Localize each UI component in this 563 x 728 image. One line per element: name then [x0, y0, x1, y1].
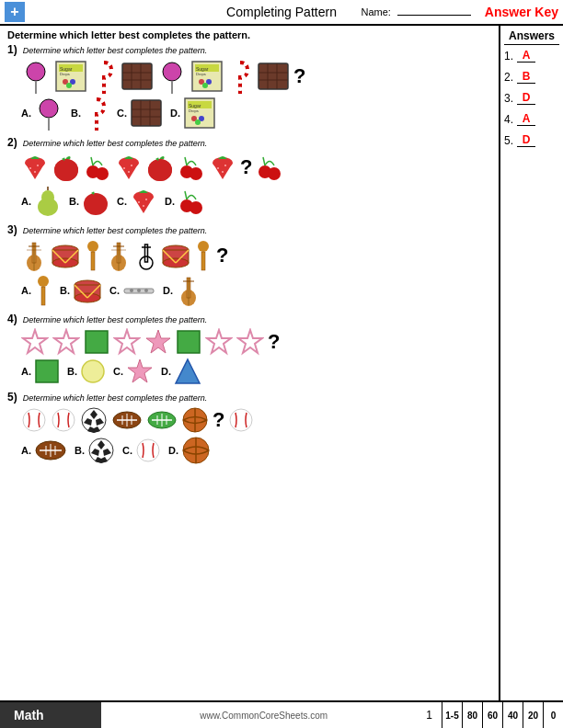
q5-baseball3	[228, 407, 254, 433]
score-80: 80	[462, 702, 482, 728]
q1-item4	[121, 60, 154, 93]
q4-instruction: Determine which letter best completes th…	[23, 315, 208, 324]
answer-num-3: 3.	[504, 92, 513, 105]
svg-rect-9	[122, 63, 152, 89]
svg-point-54	[123, 167, 125, 169]
q2-cherries1	[84, 152, 111, 183]
q4-star3	[113, 328, 141, 356]
q1-instruction: Determine which letter best completes th…	[23, 46, 208, 55]
answer-val-4: A	[517, 112, 535, 126]
svg-rect-110	[41, 287, 45, 305]
q5-a-icon	[34, 439, 67, 461]
q5-football1	[111, 409, 143, 431]
svg-point-55	[131, 165, 132, 166]
answer-val-2: B	[517, 70, 535, 84]
svg-marker-134	[128, 359, 152, 382]
q3-drum1	[51, 241, 80, 270]
q5-choice-c: C.	[122, 438, 161, 463]
q3-d-icon	[176, 274, 201, 307]
q3-b-icon	[73, 276, 102, 305]
svg-text:Drops: Drops	[60, 72, 70, 76]
q5-soccer1	[80, 406, 108, 434]
q4-square1	[84, 329, 109, 355]
q3-maraca1	[84, 239, 102, 272]
page-title: Completing Pattern	[226, 5, 337, 19]
q2-choice-d: D.	[165, 186, 205, 217]
q4-b-icon	[80, 358, 106, 384]
answer-item-5: 5. D	[504, 133, 559, 147]
svg-point-107	[198, 241, 209, 252]
q3-choice-c: C.	[109, 283, 155, 298]
svg-point-64	[217, 167, 219, 169]
q3-guitar2	[106, 239, 132, 272]
q1-b-icon	[84, 96, 109, 131]
answer-item-4: 4. A	[504, 112, 559, 126]
answers-panel: Answers 1. A 2. B 3. D 4. A 5. D	[499, 26, 563, 700]
q2-strawberry2	[115, 152, 143, 183]
svg-line-51	[91, 157, 93, 165]
q3-guitar1	[21, 239, 47, 272]
q5-football2	[146, 409, 178, 431]
score-40: 40	[502, 702, 523, 728]
q2-instruction: Determine which letter best completes th…	[23, 139, 208, 148]
q4-choices-row: A. B. C. D.	[21, 358, 491, 385]
q1-d-icon: SugarDrops	[183, 97, 216, 130]
svg-text:Drops: Drops	[189, 108, 199, 113]
q1-pattern-row: SugarDrops SugarDrops ?	[21, 59, 491, 94]
q1-num: 1)	[7, 43, 17, 56]
q2-choice-c: C.	[117, 186, 157, 217]
score-label: 1-5	[442, 702, 462, 728]
q3-choice-a: A.	[21, 274, 52, 307]
q1-choice-b: B.	[71, 96, 109, 131]
answer-val-3: D	[517, 91, 535, 105]
q5-instruction: Determine which letter best completes th…	[23, 393, 208, 403]
answer-item-2: 2. B	[504, 70, 559, 84]
q4-question-mark: ?	[268, 330, 280, 354]
name-label: Name:	[362, 6, 471, 17]
answer-val-1: A	[517, 49, 535, 63]
svg-line-81	[185, 191, 187, 199]
q5-choice-a: A.	[21, 439, 67, 461]
q1-choice-a: A.	[21, 96, 63, 131]
svg-marker-124	[23, 330, 47, 353]
svg-point-0	[27, 63, 45, 81]
svg-point-71	[41, 190, 54, 205]
svg-point-45	[37, 165, 39, 166]
q4-star2	[52, 328, 80, 356]
q1-item2: SugarDrops	[54, 60, 87, 93]
svg-point-78	[143, 205, 144, 207]
logo-icon: +	[5, 2, 25, 22]
svg-point-14	[163, 63, 181, 81]
header: + Completing Pattern Name: Answer Key	[0, 0, 563, 26]
svg-point-41	[195, 119, 201, 125]
q5-choice-d: D.	[168, 436, 211, 465]
q1-item1	[21, 59, 51, 94]
svg-point-92	[87, 241, 98, 252]
svg-point-73	[84, 193, 108, 215]
q4-c-icon	[126, 358, 154, 385]
svg-point-117	[130, 289, 133, 292]
svg-point-136	[23, 409, 45, 431]
q3-choices-row: A. B. C. D.	[21, 274, 491, 307]
q4-star4	[144, 328, 172, 356]
q4-a-icon	[34, 358, 60, 384]
q4-choice-c: C.	[113, 358, 154, 385]
svg-marker-135	[176, 359, 200, 383]
q2-num: 2)	[7, 136, 17, 149]
svg-rect-93	[91, 252, 95, 270]
answer-num-5: 5.	[504, 134, 513, 147]
q4-num: 4)	[7, 313, 17, 325]
svg-point-46	[34, 171, 36, 173]
q1-choice-c: C.	[117, 97, 163, 130]
svg-point-118	[137, 289, 141, 292]
q3-a-icon	[34, 274, 52, 307]
q5-choices-row: A. B. C. D.	[21, 436, 491, 465]
q2-choice-a: A.	[21, 185, 62, 218]
svg-point-133	[82, 360, 104, 382]
svg-point-119	[144, 289, 148, 292]
q3-pattern-row: ?	[21, 239, 491, 272]
score-60: 60	[482, 702, 502, 728]
svg-rect-23	[259, 63, 288, 89]
svg-point-99	[140, 256, 153, 269]
q4-star1	[21, 328, 49, 356]
